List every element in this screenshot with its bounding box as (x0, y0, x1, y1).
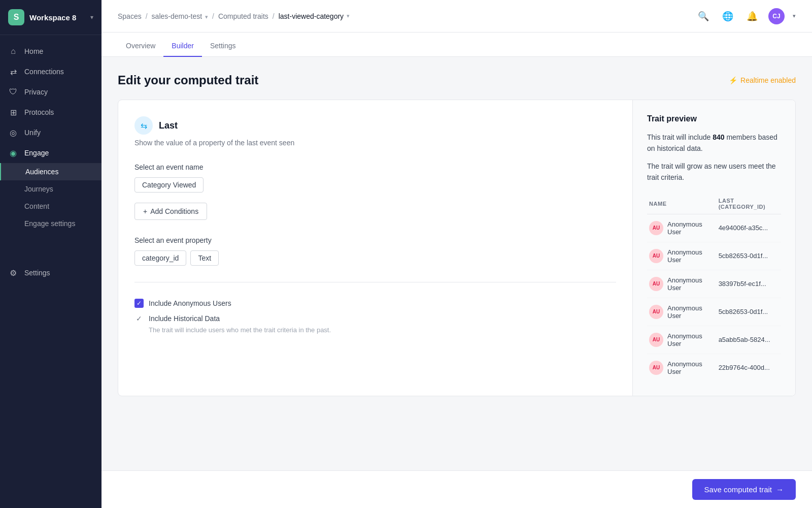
user-avatar: AU (649, 221, 663, 235)
table-row: AU Anonymous User 5cb82653-0d1f... (647, 298, 781, 326)
preview-description-2: The trait will grow as new users meet th… (647, 161, 781, 183)
user-cell: AU Anonymous User (647, 354, 717, 382)
value-cell: 5cb82653-0d1f... (717, 298, 781, 326)
sidebar-item-journeys[interactable]: Journeys (0, 180, 101, 198)
anonymous-users-checkbox[interactable]: ✓ (134, 299, 144, 308)
sidebar-sub-label: Journeys (24, 185, 53, 193)
plus-icon: + (143, 207, 147, 215)
user-cell: AU Anonymous User (647, 214, 717, 242)
sidebar-sub-label: Engage settings (24, 219, 75, 228)
user-name: Anonymous User (667, 332, 715, 347)
preview-description-1: This trait will include 840 members base… (647, 132, 781, 154)
tab-settings[interactable]: Settings (202, 36, 244, 57)
sidebar-item-label: Connections (24, 68, 64, 76)
main-area: Spaces / sales-demo-test ▾ / Computed tr… (101, 0, 812, 508)
sidebar-item-engage-settings[interactable]: Engage settings (0, 215, 101, 232)
sidebar-item-label: Settings (24, 269, 50, 277)
workspace-logo[interactable]: S Workspace 8 ▾ (0, 0, 101, 35)
breadcrumb-current: last-viewed-category ▾ (279, 12, 350, 20)
protocols-icon: ⊞ (8, 107, 18, 117)
content-area: Edit your computed trait ⚡ Realtime enab… (101, 57, 812, 470)
sidebar-item-unify[interactable]: ◎ Unify (0, 122, 101, 143)
breadcrumb-sep-3: / (273, 12, 275, 20)
page-tabs: Overview Builder Settings (101, 33, 812, 57)
card-left: ⇆ Last Show the value of a property of t… (118, 100, 633, 396)
event-name-section: Select an event name Category Viewed (134, 163, 616, 193)
property-value-badge[interactable]: category_id (134, 250, 186, 266)
save-label: Save computed trait (704, 485, 772, 494)
anonymous-users-checkbox-row: ✓ Include Anonymous Users (134, 299, 616, 308)
logo-icon: S (8, 9, 24, 25)
value-cell: 22b9764c-400d... (717, 354, 781, 382)
workspace-name: Workspace 8 (29, 13, 76, 22)
engage-icon: ◉ (8, 148, 18, 158)
col-name-header: NAME (647, 194, 717, 214)
trait-name: Last (159, 120, 178, 131)
save-button[interactable]: Save computed trait → (692, 479, 796, 500)
value-cell: a5abb5ab-5824... (717, 326, 781, 354)
property-type-badge[interactable]: Text (190, 250, 219, 266)
event-name-badge[interactable]: Category Viewed (134, 177, 204, 193)
tab-overview[interactable]: Overview (118, 36, 163, 57)
breadcrumb-sep-2: / (212, 12, 214, 20)
connections-icon: ⇄ (8, 67, 18, 77)
col-value-header: LAST (CATEGORY_ID) (717, 194, 781, 214)
user-avatar[interactable]: CJ (768, 8, 785, 24)
user-avatar: AU (649, 249, 663, 263)
historical-data-label: Include Historical Data (149, 314, 220, 323)
table-row: AU Anonymous User 38397b5f-ec1f... (647, 270, 781, 298)
avatar-chevron: ▾ (793, 13, 796, 19)
user-name: Anonymous User (667, 248, 715, 264)
user-name: Anonymous User (667, 360, 715, 375)
sidebar-item-audiences[interactable]: Audiences (0, 163, 101, 180)
sidebar-item-settings[interactable]: ⚙ Settings (0, 263, 101, 283)
bell-icon[interactable]: 🔔 (744, 8, 760, 24)
sidebar-item-label: Engage (24, 149, 49, 157)
sidebar-item-label: Unify (24, 129, 41, 137)
preview-table: NAME LAST (CATEGORY_ID) AU Anonymous Use… (647, 194, 781, 382)
table-row: AU Anonymous User 22b9764c-400d... (647, 354, 781, 382)
value-cell: 38397b5f-ec1f... (717, 270, 781, 298)
historical-data-checkbox[interactable]: ✓ (134, 314, 144, 323)
sidebar-sub-label: Content (24, 202, 49, 210)
workspace-dropdown-icon: ▾ (205, 14, 208, 20)
preview-title: Trait preview (647, 114, 781, 123)
breadcrumb-spaces[interactable]: Spaces (118, 12, 142, 20)
bottom-bar: Save computed trait → (101, 470, 812, 508)
search-icon[interactable]: 🔍 (695, 8, 712, 24)
sidebar-item-content[interactable]: Content (0, 198, 101, 215)
sidebar-item-privacy[interactable]: 🛡 Privacy (0, 82, 101, 102)
sidebar-item-home[interactable]: ⌂ Home (0, 41, 101, 61)
unify-icon: ◎ (8, 128, 18, 138)
sidebar-item-label: Protocols (24, 108, 54, 116)
historical-data-desc: The trait will include users who met the… (149, 326, 616, 334)
event-name-label: Select an event name (134, 163, 616, 171)
current-dropdown-icon: ▾ (347, 13, 350, 19)
sidebar-item-protocols[interactable]: ⊞ Protocols (0, 102, 101, 122)
breadcrumb-workspace[interactable]: sales-demo-test ▾ (152, 12, 208, 20)
user-name: Anonymous User (667, 304, 715, 320)
sidebar-sub-label: Audiences (25, 168, 58, 176)
user-avatar: AU (649, 333, 663, 347)
user-avatar: AU (649, 277, 663, 291)
trait-description: Show the value of a property of the last… (134, 139, 616, 147)
tab-builder[interactable]: Builder (163, 36, 202, 57)
property-row: category_id Text (134, 250, 616, 266)
breadcrumb-sep-1: / (146, 12, 148, 20)
chevron-down-icon: ▾ (90, 14, 93, 21)
topnav-actions: 🔍 🌐 🔔 CJ ▾ (695, 8, 796, 24)
table-row: AU Anonymous User a5abb5ab-5824... (647, 326, 781, 354)
breadcrumb-section[interactable]: Computed traits (218, 12, 268, 20)
home-icon: ⌂ (8, 46, 18, 56)
property-label: Select an event property (134, 236, 616, 244)
sidebar-item-engage[interactable]: ◉ Engage (0, 143, 101, 163)
user-name: Anonymous User (667, 220, 715, 236)
sidebar-item-connections[interactable]: ⇄ Connections (0, 61, 101, 82)
globe-icon[interactable]: 🌐 (720, 8, 736, 24)
topnav: Spaces / sales-demo-test ▾ / Computed tr… (101, 0, 812, 33)
table-row: AU Anonymous User 4e94006f-a35c... (647, 214, 781, 242)
options-section: ✓ Include Anonymous Users ✓ Include Hist… (134, 299, 616, 334)
divider (134, 282, 616, 282)
add-conditions-button[interactable]: + Add Conditions (134, 203, 207, 220)
user-cell: AU Anonymous User (647, 242, 717, 270)
